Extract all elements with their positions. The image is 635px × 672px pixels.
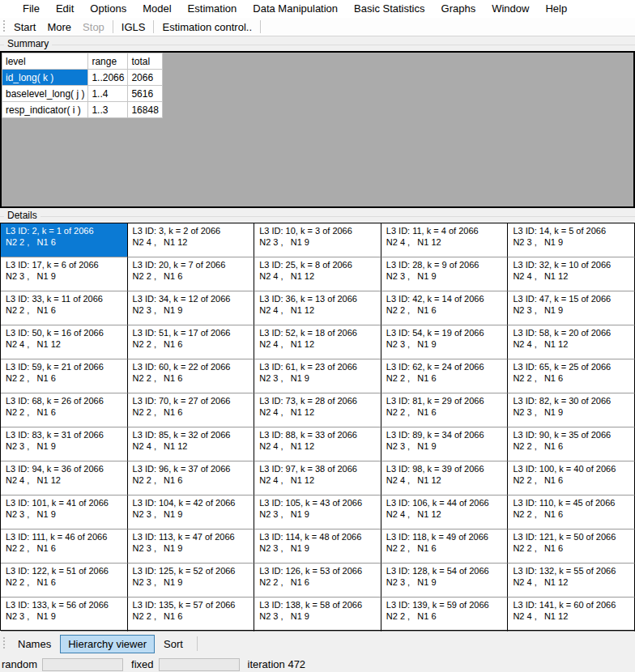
hierarchy-unit-cell[interactable]: L3 ID: 58, k = 20 of 2066N2 4 , N1 12 <box>508 325 635 359</box>
hierarchy-unit-cell[interactable]: L3 ID: 135, k = 57 of 2066N2 2 , N1 6 <box>128 598 255 632</box>
hierarchy-unit-cell[interactable]: L3 ID: 36, k = 13 of 2066N2 4 , N1 12 <box>254 291 381 325</box>
hierarchy-unit-cell[interactable]: L3 ID: 104, k = 42 of 2066N2 3 , N1 9 <box>128 495 255 530</box>
hierarchy-unit-cell[interactable]: L3 ID: 65, k = 25 of 2066N2 2 , N1 6 <box>508 359 635 393</box>
hierarchy-unit-cell[interactable]: L3 ID: 14, k = 5 of 2066N2 3 , N1 9 <box>508 223 635 257</box>
hierarchy-unit-cell[interactable]: L3 ID: 60, k = 22 of 2066N2 2 , N1 6 <box>128 359 255 393</box>
hierarchy-unit-cell[interactable]: L3 ID: 121, k = 50 of 2066N2 2 , N1 6 <box>508 530 635 564</box>
summary-header-level[interactable]: level <box>2 53 88 70</box>
hierarchy-unit-cell[interactable]: L3 ID: 100, k = 40 of 2066N2 2 , N1 6 <box>508 461 635 495</box>
hierarchy-unit-cell[interactable]: L3 ID: 73, k = 28 of 2066N2 4 , N1 12 <box>254 393 381 427</box>
summary-cell-level[interactable]: resp_indicator( i ) <box>2 102 88 118</box>
unit-id-line: L3 ID: 104, k = 42 of 2066 <box>133 497 253 508</box>
unit-counts-line: N2 4 , N1 12 <box>259 304 379 316</box>
hierarchy-unit-cell[interactable]: L3 ID: 113, k = 47 of 2066N2 3 , N1 9 <box>128 530 255 564</box>
hierarchy-unit-cell[interactable]: L3 ID: 82, k = 30 of 2066N2 3 , N1 9 <box>508 393 635 427</box>
hierarchy-unit-cell[interactable]: L3 ID: 125, k = 52 of 2066N2 3 , N1 9 <box>128 564 255 598</box>
toolbar-button-igls[interactable]: IGLS <box>116 19 151 35</box>
menu-item-graphs[interactable]: Graphs <box>433 0 484 18</box>
tabbar-grip[interactable] <box>2 637 6 650</box>
menu-item-help[interactable]: Help <box>537 0 575 18</box>
hierarchy-unit-cell[interactable]: L3 ID: 33, k = 11 of 2066N2 2 , N1 6 <box>1 291 128 325</box>
hierarchy-unit-cell[interactable]: L3 ID: 3, k = 2 of 2066N2 4 , N1 12 <box>128 223 255 257</box>
hierarchy-unit-cell[interactable]: L3 ID: 132, k = 55 of 2066N2 4 , N1 12 <box>508 564 635 598</box>
hierarchy-unit-cell[interactable]: L3 ID: 2, k = 1 of 2066N2 2 , N1 6 <box>1 223 128 257</box>
unit-id-line: L3 ID: 113, k = 47 of 2066 <box>133 531 253 542</box>
hierarchy-unit-cell[interactable]: L3 ID: 59, k = 21 of 2066N2 2 , N1 6 <box>1 359 128 393</box>
summary-cell-range[interactable]: 1..3 <box>88 102 128 118</box>
hierarchy-unit-cell[interactable]: L3 ID: 114, k = 48 of 2066N2 3 , N1 9 <box>254 530 381 564</box>
summary-cell-total[interactable]: 16848 <box>128 102 162 118</box>
hierarchy-unit-cell[interactable]: L3 ID: 52, k = 18 of 2066N2 4 , N1 12 <box>254 325 381 359</box>
unit-id-line: L3 ID: 68, k = 26 of 2066 <box>6 395 126 406</box>
hierarchy-unit-cell[interactable]: L3 ID: 90, k = 35 of 2066N2 2 , N1 6 <box>508 427 635 461</box>
hierarchy-unit-cell[interactable]: L3 ID: 17, k = 6 of 2066N2 3 , N1 9 <box>1 257 128 291</box>
summary-cell-total[interactable]: 5616 <box>128 86 162 102</box>
unit-counts-line: N2 2 , N1 6 <box>133 372 253 384</box>
hierarchy-unit-cell[interactable]: L3 ID: 110, k = 45 of 2066N2 2 , N1 6 <box>508 495 635 530</box>
hierarchy-unit-cell[interactable]: L3 ID: 32, k = 10 of 2066N2 4 , N1 12 <box>508 257 635 291</box>
toolbar-grip[interactable] <box>2 20 6 33</box>
summary-cell-level[interactable]: baselevel_long( j ) <box>2 86 88 102</box>
hierarchy-unit-cell[interactable]: L3 ID: 70, k = 27 of 2066N2 2 , N1 6 <box>128 393 255 427</box>
hierarchy-unit-cell[interactable]: L3 ID: 61, k = 23 of 2066N2 3 , N1 9 <box>254 359 381 393</box>
hierarchy-unit-cell[interactable]: L3 ID: 54, k = 19 of 2066N2 3 , N1 9 <box>381 325 509 359</box>
hierarchy-unit-cell[interactable]: L3 ID: 98, k = 39 of 2066N2 4 , N1 12 <box>381 461 509 495</box>
hierarchy-unit-cell[interactable]: L3 ID: 28, k = 9 of 2066N2 3 , N1 9 <box>381 257 509 291</box>
tab-hierarchy-viewer[interactable]: Hierarchy viewer <box>60 635 155 653</box>
hierarchy-unit-cell[interactable]: L3 ID: 128, k = 54 of 2066N2 3 , N1 9 <box>381 564 509 598</box>
toolbar-button-start[interactable]: Start <box>8 19 41 35</box>
hierarchy-unit-cell[interactable]: L3 ID: 34, k = 12 of 2066N2 3 , N1 9 <box>128 291 255 325</box>
tab-names[interactable]: Names <box>10 635 59 653</box>
hierarchy-unit-cell[interactable]: L3 ID: 141, k = 60 of 2066N2 4 , N1 12 <box>508 598 635 632</box>
hierarchy-unit-cell[interactable]: L3 ID: 101, k = 41 of 2066N2 3 , N1 9 <box>1 495 128 530</box>
hierarchy-unit-cell[interactable]: L3 ID: 62, k = 24 of 2066N2 2 , N1 6 <box>381 359 509 393</box>
hierarchy-unit-cell[interactable]: L3 ID: 118, k = 49 of 2066N2 2 , N1 6 <box>381 530 509 564</box>
hierarchy-unit-cell[interactable]: L3 ID: 122, k = 51 of 2066N2 2 , N1 6 <box>1 564 128 598</box>
toolbar-button-estimation-control[interactable]: Estimation control.. <box>156 19 258 35</box>
menu-item-file[interactable]: File <box>15 0 48 18</box>
hierarchy-unit-cell[interactable]: L3 ID: 94, k = 36 of 2066N2 4 , N1 12 <box>1 461 128 495</box>
hierarchy-unit-cell[interactable]: L3 ID: 11, k = 4 of 2066N2 4 , N1 12 <box>381 223 509 257</box>
hierarchy-unit-cell[interactable]: L3 ID: 83, k = 31 of 2066N2 3 , N1 9 <box>1 427 128 461</box>
hierarchy-unit-cell[interactable]: L3 ID: 20, k = 7 of 2066N2 2 , N1 6 <box>128 257 255 291</box>
tab-sort[interactable]: Sort <box>156 635 191 653</box>
hierarchy-unit-cell[interactable]: L3 ID: 68, k = 26 of 2066N2 2 , N1 6 <box>1 393 128 427</box>
unit-id-line: L3 ID: 32, k = 10 of 2066 <box>513 259 633 270</box>
hierarchy-unit-cell[interactable]: L3 ID: 89, k = 34 of 2066N2 3 , N1 9 <box>381 427 509 461</box>
hierarchy-unit-cell[interactable]: L3 ID: 88, k = 33 of 2066N2 4 , N1 12 <box>254 427 381 461</box>
hierarchy-unit-cell[interactable]: L3 ID: 85, k = 32 of 2066N2 4 , N1 12 <box>128 427 255 461</box>
hierarchy-unit-cell[interactable]: L3 ID: 81, k = 29 of 2066N2 2 , N1 6 <box>381 393 509 427</box>
summary-cell-total[interactable]: 2066 <box>128 70 162 86</box>
hierarchy-unit-cell[interactable]: L3 ID: 133, k = 56 of 2066N2 3 , N1 9 <box>1 598 128 632</box>
menu-item-edit[interactable]: Edit <box>48 0 82 18</box>
hierarchy-unit-cell[interactable]: L3 ID: 139, k = 59 of 2066N2 2 , N1 6 <box>381 598 509 632</box>
unit-counts-line: N2 3 , N1 9 <box>6 508 126 520</box>
hierarchy-unit-cell[interactable]: L3 ID: 105, k = 43 of 2066N2 3 , N1 9 <box>254 495 381 530</box>
hierarchy-unit-cell[interactable]: L3 ID: 96, k = 37 of 2066N2 2 , N1 6 <box>128 461 255 495</box>
hierarchy-unit-cell[interactable]: L3 ID: 47, k = 15 of 2066N2 3 , N1 9 <box>508 291 635 325</box>
hierarchy-unit-cell[interactable]: L3 ID: 50, k = 16 of 2066N2 4 , N1 12 <box>1 325 128 359</box>
toolbar-button-more[interactable]: More <box>41 19 77 35</box>
hierarchy-unit-cell[interactable]: L3 ID: 51, k = 17 of 2066N2 2 , N1 6 <box>128 325 255 359</box>
viewer-tab-bar: NamesHierarchy viewerSort <box>0 631 635 657</box>
toolbar-separator <box>113 20 113 33</box>
summary-cell-range[interactable]: 1..2066 <box>88 70 128 86</box>
hierarchy-unit-cell[interactable]: L3 ID: 138, k = 58 of 2066N2 3 , N1 9 <box>254 598 381 632</box>
menu-item-options[interactable]: Options <box>82 0 134 18</box>
hierarchy-unit-cell[interactable]: L3 ID: 126, k = 53 of 2066N2 2 , N1 6 <box>254 564 381 598</box>
hierarchy-unit-cell[interactable]: L3 ID: 25, k = 8 of 2066N2 4 , N1 12 <box>254 257 381 291</box>
menu-item-estimation[interactable]: Estimation <box>180 0 245 18</box>
menu-item-basic-statistics[interactable]: Basic Statistics <box>346 0 433 18</box>
summary-cell-range[interactable]: 1..4 <box>88 86 128 102</box>
summary-cell-level[interactable]: id_long( k ) <box>2 70 88 86</box>
summary-header-total[interactable]: total <box>128 53 162 70</box>
hierarchy-unit-cell[interactable]: L3 ID: 10, k = 3 of 2066N2 3 , N1 9 <box>254 223 381 257</box>
hierarchy-unit-cell[interactable]: L3 ID: 42, k = 14 of 2066N2 2 , N1 6 <box>381 291 509 325</box>
menu-item-model[interactable]: Model <box>134 0 179 18</box>
hierarchy-unit-cell[interactable]: L3 ID: 97, k = 38 of 2066N2 4 , N1 12 <box>254 461 381 495</box>
menu-item-data-manipulation[interactable]: Data Manipulation <box>245 0 346 18</box>
hierarchy-unit-cell[interactable]: L3 ID: 111, k = 46 of 2066N2 2 , N1 6 <box>1 530 128 564</box>
menu-item-window[interactable]: Window <box>484 0 537 18</box>
hierarchy-unit-cell[interactable]: L3 ID: 106, k = 44 of 2066N2 4 , N1 12 <box>381 495 509 530</box>
summary-header-range[interactable]: range <box>88 53 128 70</box>
